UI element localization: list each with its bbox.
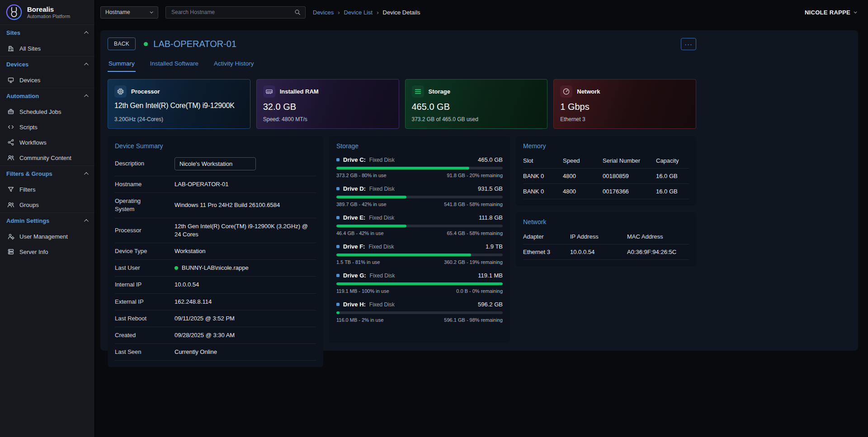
- section-label: Automation: [6, 93, 39, 99]
- drive-name: Drive G:: [343, 272, 366, 279]
- sidebar: Borealis Automation Platform Sites All S…: [0, 0, 95, 437]
- card-footer: Ethernet 3: [560, 116, 689, 122]
- sidebar-item-workflows[interactable]: Workflows: [0, 135, 94, 150]
- drive-name: Drive H:: [343, 301, 366, 308]
- panel-title: Device Summary: [115, 142, 316, 150]
- drive-size: 119.1 MB: [478, 272, 503, 279]
- tab-activity-history[interactable]: Activity History: [213, 57, 255, 72]
- tab-summary[interactable]: Summary: [108, 57, 136, 72]
- memory-row: BANK 0 4800 00176366 16.0 GB: [523, 184, 689, 199]
- drive-name: Drive C:: [343, 156, 366, 163]
- search-box: [165, 6, 306, 19]
- sidebar-section-admin-settings[interactable]: Admin Settings: [0, 212, 94, 229]
- row-label: External IP: [115, 298, 171, 306]
- sidebar-item-all-sites[interactable]: All Sites: [0, 41, 94, 56]
- topbar: Hostname Devices › Device List › Device …: [95, 0, 868, 24]
- cell-mac: A0:36:9F:94:26:5C: [627, 249, 689, 255]
- row-label: Last Seen: [115, 348, 171, 356]
- sidebar-section-sites[interactable]: Sites: [0, 24, 94, 41]
- device-header: BACK LAB-OPERATOR-01 ···: [108, 38, 696, 50]
- nav-item-label: Filters: [19, 186, 35, 193]
- chevron-up-icon: [84, 63, 89, 67]
- sidebar-section-devices[interactable]: Devices: [0, 56, 94, 72]
- card-value: 1 Gbps: [560, 102, 689, 112]
- card-footer: 3.20GHz (24-Cores): [114, 116, 244, 122]
- share-nodes-icon: [7, 139, 14, 146]
- sidebar-item-scripts[interactable]: Scripts: [0, 119, 94, 135]
- drive-type: Fixed Disk: [369, 215, 394, 221]
- col-header: Slot: [523, 157, 563, 164]
- search-input[interactable]: [170, 9, 291, 16]
- section-label: Devices: [6, 61, 28, 68]
- col-header: IP Address: [570, 233, 627, 240]
- nav-item-label: All Sites: [19, 45, 41, 52]
- drive-used: 46.4 GB - 42% in use: [336, 230, 384, 236]
- drive-bullet-icon: [336, 158, 340, 161]
- drive-used: 119.1 MB - 100% in use: [336, 288, 389, 294]
- device-summary-panel: Device Summary Description Hostname LAB-…: [108, 136, 323, 367]
- sidebar-item-filters[interactable]: Filters: [0, 182, 94, 197]
- drive-row: Drive F: Fixed Disk 1.9 TB 1.5 TB - 81% …: [336, 240, 503, 269]
- device-details-panel: BACK LAB-OPERATOR-01 ··· Summary Install…: [100, 30, 858, 351]
- breadcrumb-current: Device Details: [383, 9, 420, 16]
- online-dot: [175, 266, 178, 270]
- drive-used: 389.7 GB - 42% in use: [336, 202, 387, 207]
- card-value: 32.0 GB: [263, 102, 392, 112]
- sidebar-item-community-content[interactable]: Community Content: [0, 150, 94, 165]
- brand-subtitle: Automation Platform: [27, 14, 70, 19]
- description-input[interactable]: [175, 157, 256, 170]
- card-footer: 373.2 GB of 465.0 GB used: [412, 116, 541, 122]
- card-title: Storage: [429, 88, 450, 95]
- cell-serial: 00180859: [603, 173, 656, 179]
- cell-speed: 4800: [563, 173, 603, 179]
- ram-card: Installed RAM 32.0 GB Speed: 4800 MT/s: [256, 79, 399, 129]
- sidebar-section-automation[interactable]: Automation: [0, 88, 94, 104]
- sidebar-item-server-info[interactable]: Server Info: [0, 244, 94, 259]
- drive-row: Drive G: Fixed Disk 119.1 MB 119.1 MB - …: [336, 269, 503, 298]
- chevron-down-icon: [150, 10, 153, 13]
- summary-row: Internal IP 10.0.0.54: [115, 277, 316, 293]
- hostname-filter-select[interactable]: Hostname: [100, 6, 158, 19]
- funnel-icon: [7, 186, 14, 193]
- cell-ip: 10.0.0.54: [570, 249, 627, 255]
- breadcrumb-separator: ›: [377, 9, 378, 16]
- user-menu[interactable]: NICOLE RAPPE: [805, 9, 857, 16]
- nav-item-label: Community Content: [19, 155, 71, 161]
- network-table-header: Adapter IP Address MAC Address: [523, 229, 689, 244]
- drive-used: 116.0 MB - 2% in use: [336, 317, 383, 323]
- cell-capacity: 16.0 GB: [656, 188, 689, 195]
- drive-bullet-icon: [336, 245, 340, 248]
- main-area: Hostname Devices › Device List › Device …: [95, 0, 868, 437]
- network-row: Ethernet 3 10.0.0.54 A0:36:9F:94:26:5C: [523, 244, 689, 260]
- sidebar-section-filters-groups[interactable]: Filters & Groups: [0, 165, 94, 182]
- back-button[interactable]: BACK: [108, 38, 136, 50]
- row-label: Created: [115, 331, 171, 339]
- search-icon: [294, 9, 301, 15]
- sidebar-item-user-management[interactable]: User Management: [0, 229, 94, 244]
- sidebar-item-devices[interactable]: Devices: [0, 72, 94, 88]
- nav-item-label: Scripts: [19, 124, 38, 131]
- summary-row: Last Seen Currently Online: [115, 344, 316, 361]
- sidebar-item-scheduled-jobs[interactable]: Scheduled Jobs: [0, 104, 94, 119]
- row-label: Device Type: [115, 247, 171, 255]
- drive-used: 1.5 TB - 81% in use: [336, 259, 380, 265]
- nav-item-label: User Management: [19, 233, 68, 240]
- drive-row: Drive C: Fixed Disk 465.0 GB 373.2 GB - …: [336, 153, 503, 182]
- network-card: Network 1 Gbps Ethernet 3: [553, 79, 696, 129]
- more-options-button[interactable]: ···: [681, 38, 696, 50]
- memory-panel: Memory Slot Speed Serial Number Capacity…: [516, 136, 696, 206]
- drive-bullet-icon: [336, 216, 340, 219]
- drive-type: Fixed Disk: [369, 186, 395, 192]
- row-value: 162.248.8.114: [175, 298, 316, 306]
- section-label: Filters & Groups: [6, 170, 52, 177]
- panel-title: Network: [523, 218, 689, 226]
- drive-usage-bar: [336, 311, 503, 314]
- breadcrumb-device-list[interactable]: Device List: [344, 9, 373, 16]
- panel-title: Storage: [336, 142, 503, 150]
- drive-usage-bar: [336, 167, 503, 169]
- memory-table-header: Slot Speed Serial Number Capacity: [523, 153, 689, 169]
- tab-installed-software[interactable]: Installed Software: [149, 57, 199, 72]
- breadcrumb-devices[interactable]: Devices: [313, 9, 334, 16]
- col-header: Speed: [563, 157, 603, 164]
- sidebar-item-groups[interactable]: Groups: [0, 197, 94, 212]
